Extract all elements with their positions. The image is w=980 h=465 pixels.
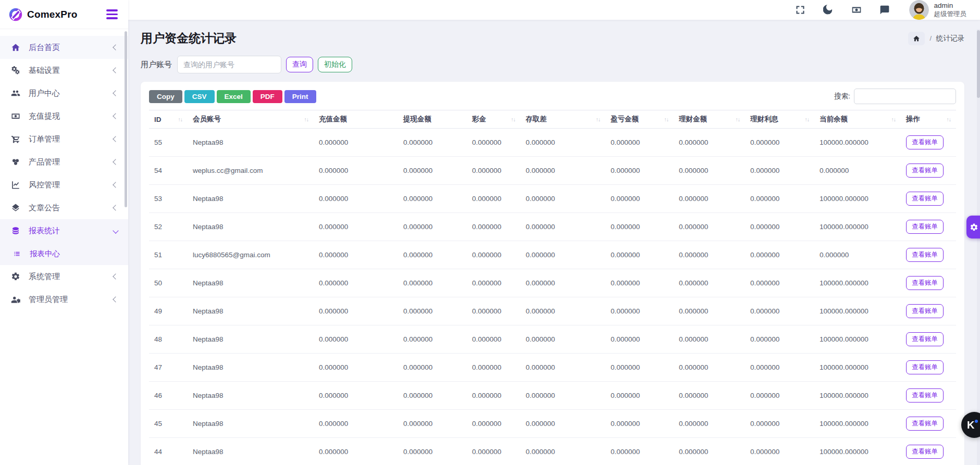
view-bill-button[interactable]: 查看账单: [906, 360, 944, 374]
sidebar-scrollbar[interactable]: [125, 31, 127, 207]
avatar[interactable]: [909, 0, 929, 20]
export-excel-button[interactable]: Excel: [217, 90, 251, 103]
column-header[interactable]: 盈亏金额↑↓: [605, 110, 674, 129]
sort-arrows-icon[interactable]: ↑↓: [664, 117, 669, 122]
cell-lottery: 0.000000: [467, 354, 520, 382]
sort-arrows-icon[interactable]: ↑↓: [596, 117, 601, 122]
cell-wealth: 0.000000: [674, 410, 745, 438]
page-scrollbar[interactable]: [977, 29, 980, 465]
money-icon[interactable]: [851, 4, 862, 16]
cell-id: 51: [149, 241, 188, 269]
sidebar-item[interactable]: 管理员管理: [0, 288, 128, 311]
column-header[interactable]: ID↑↓: [149, 110, 188, 129]
cell-id: 50: [149, 269, 188, 297]
brand-logo[interactable]: ComexPro: [8, 7, 78, 22]
sidebar-item[interactable]: 报表中心: [0, 242, 128, 265]
sidebar-item[interactable]: 基础设置: [0, 59, 128, 82]
cell-deposit-diff: 0.000000: [520, 325, 605, 354]
column-header[interactable]: 理财金额↑↓: [674, 110, 745, 129]
user-block[interactable]: admin 超级管理员: [934, 2, 967, 19]
column-header[interactable]: 充值金额: [314, 110, 398, 129]
chat-icon[interactable]: [879, 4, 890, 16]
table-row: 55Neptaa980.0000000.0000000.0000000.0000…: [149, 129, 956, 157]
export-csv-button[interactable]: CSV: [184, 90, 215, 103]
cell-wealth-interest: 0.000000: [745, 157, 814, 185]
sidebar-item[interactable]: 系统管理: [0, 265, 128, 288]
view-bill-button[interactable]: 查看账单: [906, 388, 944, 403]
sort-arrows-icon[interactable]: ↑↓: [304, 117, 309, 122]
sidebar: ComexPro 后台首页 基础设置 用户中心 充值提现 订单管理 产品管理 风…: [0, 0, 128, 465]
cell-id: 47: [149, 354, 188, 382]
filter-label: 用户账号: [141, 60, 172, 70]
sidebar-item[interactable]: 风控管理: [0, 173, 128, 196]
sort-arrows-icon[interactable]: ↑↓: [736, 117, 740, 122]
export-pdf-button[interactable]: PDF: [253, 90, 282, 103]
cell-wealth: 0.000000: [674, 129, 745, 157]
account-search-input[interactable]: [177, 56, 281, 73]
sidebar-item[interactable]: 产品管理: [0, 150, 128, 173]
export-print-button[interactable]: Print: [284, 90, 316, 103]
sidebar-item[interactable]: 报表统计: [0, 219, 128, 242]
sidebar-item[interactable]: 文章公告: [0, 196, 128, 219]
cell-actions: 查看账单: [901, 185, 956, 213]
cell-wealth-interest: 0.000000: [745, 297, 814, 325]
sidebar-item[interactable]: 用户中心: [0, 82, 128, 105]
view-bill-button[interactable]: 查看账单: [906, 332, 944, 346]
export-copy-button[interactable]: Copy: [149, 90, 182, 103]
page-scrollbar-thumb[interactable]: [977, 30, 980, 98]
sort-arrows-icon[interactable]: ↑↓: [805, 117, 810, 122]
view-bill-button[interactable]: 查看账单: [906, 192, 944, 206]
cell-id: 52: [149, 213, 188, 241]
view-bill-button[interactable]: 查看账单: [906, 304, 944, 318]
reset-button[interactable]: 初始化: [318, 57, 352, 72]
cell-actions: 查看账单: [901, 354, 956, 382]
admins-icon: [10, 294, 21, 305]
cell-lottery: 0.000000: [467, 213, 520, 241]
sort-arrows-icon[interactable]: ↑↓: [511, 117, 516, 122]
view-bill-button[interactable]: 查看账单: [906, 135, 944, 149]
sort-arrows-icon[interactable]: ↑↓: [947, 117, 951, 122]
sidebar-item-label: 订单管理: [29, 134, 114, 144]
users-icon: [10, 88, 21, 98]
view-bill-button[interactable]: 查看账单: [906, 417, 944, 431]
column-header[interactable]: 会员账号↑↓: [188, 110, 314, 129]
chevron-left-icon: [113, 182, 118, 187]
cell-account: lucy6880565@gmai.com: [188, 241, 314, 269]
view-bill-button[interactable]: 查看账单: [906, 220, 944, 234]
settings-fab[interactable]: [966, 216, 980, 238]
sidebar-item[interactable]: 订单管理: [0, 128, 128, 150]
cell-actions: 查看账单: [901, 325, 956, 354]
cell-wealth: 0.000000: [674, 354, 745, 382]
chevron-down-icon: [113, 228, 118, 233]
breadcrumb-home-icon[interactable]: [908, 32, 925, 45]
cell-actions: 查看账单: [901, 269, 956, 297]
column-header[interactable]: 提现金额: [398, 110, 467, 129]
cell-recharge: 0.000000: [314, 382, 398, 410]
sort-arrows-icon[interactable]: ↑↓: [178, 117, 183, 122]
sidebar-item[interactable]: 充值提现: [0, 105, 128, 128]
column-header[interactable]: 当前余额↑↓: [814, 110, 901, 129]
view-bill-button[interactable]: 查看账单: [906, 248, 944, 262]
view-bill-button[interactable]: 查看账单: [906, 276, 944, 290]
query-button[interactable]: 查询: [286, 57, 313, 72]
cell-profit: 0.000000: [605, 269, 674, 297]
view-bill-button[interactable]: 查看账单: [906, 445, 944, 459]
sidebar-group: 报表统计 报表中心: [0, 219, 128, 265]
user-name: admin: [934, 2, 967, 10]
fullscreen-icon[interactable]: [795, 4, 806, 16]
cell-deposit-diff: 0.000000: [520, 129, 605, 157]
sidebar-toggle-icon[interactable]: [106, 9, 118, 19]
column-header[interactable]: 存取差↑↓: [520, 110, 605, 129]
column-header[interactable]: 操作↑↓: [901, 110, 956, 129]
sidebar-item[interactable]: 后台首页: [0, 36, 128, 59]
dark-mode-icon[interactable]: [823, 4, 834, 16]
sort-arrows-icon[interactable]: ↑↓: [891, 117, 896, 122]
table-row: 51lucy6880565@gmai.com0.0000000.0000000.…: [149, 241, 956, 269]
column-header[interactable]: 理财利息↑↓: [745, 110, 814, 129]
cell-recharge: 0.000000: [314, 129, 398, 157]
table-search-input[interactable]: [854, 89, 956, 104]
chevron-left-icon: [113, 67, 118, 73]
column-header[interactable]: 彩金↑↓: [467, 110, 520, 129]
cell-deposit-diff: 0.000000: [520, 438, 605, 465]
view-bill-button[interactable]: 查看账单: [906, 164, 944, 178]
